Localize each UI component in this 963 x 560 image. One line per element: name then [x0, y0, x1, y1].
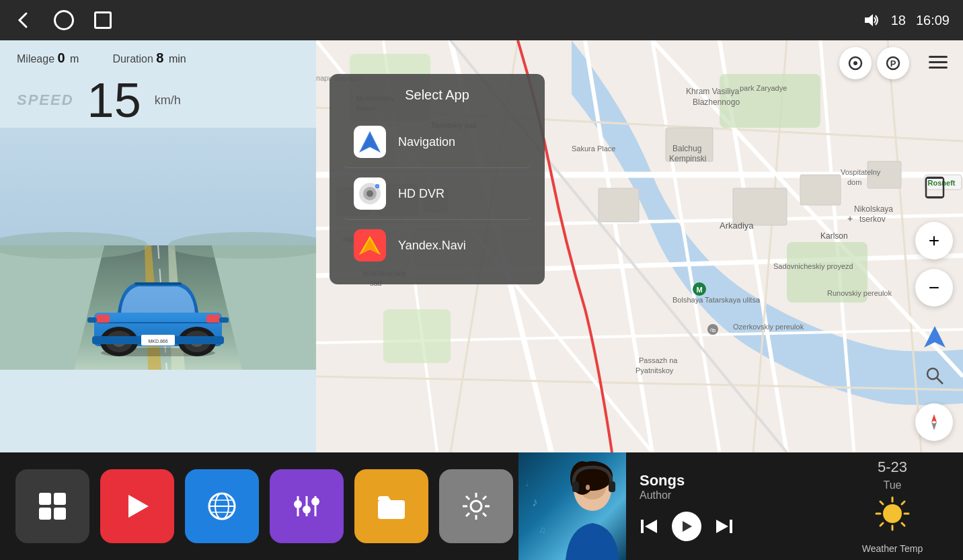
svg-rect-151 — [641, 520, 644, 533]
map-top-buttons: P — [839, 47, 909, 79]
music-title: Songs — [640, 472, 818, 489]
svg-line-161 — [880, 502, 883, 504]
music-controls — [640, 512, 818, 541]
svg-point-100 — [927, 368, 938, 379]
status-left — [13, 10, 112, 30]
mileage-unit: m — [70, 53, 79, 65]
speed-value: 15 — [87, 76, 141, 124]
hddvr-app-label: HD DVR — [398, 187, 445, 201]
svg-text:Blazhennogo: Blazhennogo — [693, 97, 740, 107]
map-dot-button[interactable] — [839, 47, 872, 79]
svg-marker-103 — [931, 422, 937, 430]
bottom-bar: ♪ ♫ ♩ Songs Author — [0, 452, 963, 560]
recent-apps-button[interactable] — [94, 11, 112, 29]
svg-rect-97 — [927, 177, 942, 179]
app-item-hddvr[interactable]: HD DVR — [343, 168, 531, 220]
svg-marker-153 — [683, 521, 692, 532]
svg-text:🛍: 🛍 — [710, 327, 716, 333]
zoom-in-button[interactable]: + — [915, 222, 953, 259]
speed-unit: km/h — [155, 93, 181, 108]
hamburger-line-2 — [929, 61, 948, 63]
map-search-button[interactable] — [920, 363, 950, 393]
app-item-yandex[interactable]: Yandex.Navi — [343, 220, 531, 271]
svg-rect-115 — [54, 493, 66, 505]
svg-text:Ozerkovskiy pereulok: Ozerkovskiy pereulok — [733, 323, 804, 331]
map-parking-button[interactable]: P — [877, 47, 909, 79]
mileage-label: Mileage — [17, 53, 54, 65]
svg-text:♫: ♫ — [539, 524, 546, 535]
weather-label: Weather Temp — [862, 543, 923, 554]
weather-section: 5-23 Tue Weather Temp — [832, 452, 953, 560]
svg-text:Nikolskaya: Nikolskaya — [854, 204, 893, 214]
svg-text:Kempinski: Kempinski — [669, 154, 706, 163]
album-art-visual: ♪ ♫ ♩ — [518, 452, 626, 560]
grid-app-button[interactable] — [15, 469, 89, 543]
bookmark-button[interactable] — [920, 175, 950, 204]
prev-track-button[interactable] — [640, 517, 658, 536]
svg-rect-57 — [800, 175, 841, 205]
media-app-button[interactable] — [100, 469, 174, 543]
svg-rect-146 — [572, 481, 579, 492]
svg-text:Vospitatelny: Vospitatelny — [841, 168, 881, 176]
back-button[interactable] — [13, 10, 34, 30]
svg-marker-102 — [931, 414, 937, 422]
svg-rect-98 — [927, 196, 942, 198]
svg-point-145 — [586, 485, 590, 490]
browser-app-button[interactable] — [185, 469, 259, 543]
yandex-app-label: Yandex.Navi — [398, 239, 466, 253]
files-app-button[interactable] — [354, 469, 428, 543]
zoom-out-button[interactable]: − — [915, 269, 953, 307]
album-art-svg: ♪ ♫ ♩ — [518, 452, 626, 560]
stats-row: Mileage 0 m Duration 8 min — [0, 40, 316, 73]
svg-rect-114 — [39, 493, 51, 505]
svg-line-163 — [902, 502, 904, 504]
svg-marker-152 — [645, 520, 657, 533]
hddvr-app-icon — [354, 177, 386, 210]
duration-label: Duration — [112, 53, 153, 65]
status-right: 18 16:09 — [862, 11, 950, 30]
settings-app-button[interactable] — [439, 469, 513, 543]
weather-date: 5-23 — [878, 458, 907, 476]
select-app-overlay: Select App Navigation — [330, 74, 545, 284]
svg-text:tserkov: tserkov — [859, 214, 886, 224]
sun-icon — [874, 495, 911, 540]
svg-text:Passazh na: Passazh na — [639, 356, 678, 364]
svg-text:Pyatnitskoy: Pyatnitskoy — [635, 366, 674, 374]
svg-rect-117 — [54, 508, 66, 520]
equalizer-app-button[interactable] — [270, 469, 344, 543]
compass-button[interactable] — [915, 403, 953, 441]
car-view: MKD.866 — [0, 128, 316, 370]
navigation-arrow-button[interactable] — [920, 323, 950, 352]
svg-line-101 — [937, 378, 943, 384]
yandex-app-icon — [354, 229, 386, 262]
map-area[interactable]: Moskovskiy Kreml Taynitskiy sad Khram Va… — [316, 40, 963, 452]
svg-text:Arkadiya: Arkadiya — [720, 221, 754, 231]
svg-marker-105 — [361, 134, 379, 151]
next-track-button[interactable] — [715, 517, 734, 536]
svg-point-129 — [311, 497, 319, 506]
svg-marker-155 — [716, 520, 728, 533]
home-button[interactable] — [54, 10, 74, 30]
svg-rect-54 — [599, 188, 639, 222]
hamburger-line-3 — [929, 67, 948, 69]
svg-rect-96 — [926, 177, 943, 198]
svg-rect-154 — [730, 520, 732, 533]
svg-rect-27 — [219, 317, 229, 323]
duration-unit: min — [169, 53, 186, 65]
music-area: ♪ ♫ ♩ Songs Author — [518, 452, 832, 560]
svg-point-93 — [853, 61, 857, 65]
svg-point-131 — [471, 501, 482, 512]
duration-stat: Duration 8 min — [112, 50, 186, 66]
svg-line-138 — [483, 496, 486, 499]
svg-text:Bolshaya Tatarskaya ulitsa: Bolshaya Tatarskaya ulitsa — [672, 296, 761, 304]
app-item-navigation[interactable]: Navigation — [343, 116, 531, 168]
svg-text:♩: ♩ — [525, 479, 529, 488]
play-pause-button[interactable] — [672, 512, 701, 541]
album-art: ♪ ♫ ♩ — [518, 452, 626, 560]
svg-rect-23 — [206, 315, 220, 323]
navigation-app-icon — [354, 126, 386, 158]
svg-rect-116 — [39, 508, 51, 520]
duration-value: 8 — [156, 50, 163, 65]
svg-point-108 — [367, 190, 373, 197]
hamburger-menu-button[interactable] — [923, 47, 953, 77]
